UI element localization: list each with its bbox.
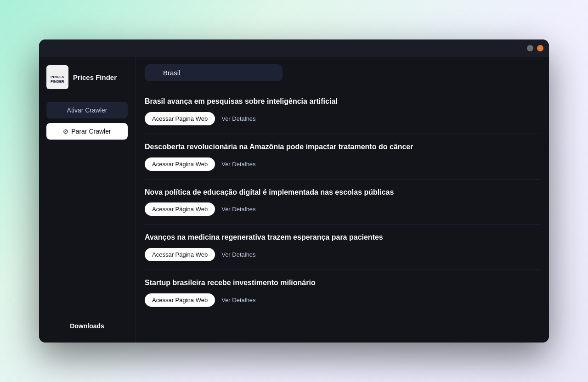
search-wrapper — [145, 64, 283, 81]
activate-crawler-button[interactable]: Ativar Crawler — [46, 102, 128, 118]
details-button-1[interactable]: Ver Detalhes — [221, 161, 255, 168]
app-window: − × PRICES FINDER Prices Finder Ativar C… — [39, 39, 549, 343]
details-button-2[interactable]: Ver Detalhes — [221, 206, 255, 213]
result-title-3: Avanços na medicina regenerativa trazem … — [145, 233, 540, 242]
results-list: Brasil avança em pesquisas sobre intelig… — [136, 89, 549, 343]
app-body: PRICES FINDER Prices Finder Ativar Crawl… — [39, 57, 549, 343]
result-title-2: Nova política de educação digital é impl… — [145, 188, 540, 197]
result-actions-3: Acessar Página Web Ver Detalhes — [145, 248, 540, 261]
close-button[interactable]: × — [537, 45, 543, 51]
result-actions-0: Acessar Página Web Ver Detalhes — [145, 112, 540, 125]
web-button-1[interactable]: Acessar Página Web — [145, 157, 215, 171]
result-actions-2: Acessar Página Web Ver Detalhes — [145, 202, 540, 216]
result-item: Startup brasileira recebe investimento m… — [145, 270, 540, 315]
web-button-0[interactable]: Acessar Página Web — [145, 112, 215, 125]
result-item: Avanços na medicina regenerativa trazem … — [145, 225, 540, 270]
details-button-0[interactable]: Ver Detalhes — [221, 115, 255, 122]
stop-crawler-label: Parar Crawler — [71, 128, 111, 135]
result-item: Brasil avança em pesquisas sobre intelig… — [145, 89, 540, 134]
svg-text:PRICES: PRICES — [51, 75, 64, 79]
main-content: Brasil avança em pesquisas sobre intelig… — [136, 57, 549, 343]
minimize-button[interactable]: − — [527, 45, 533, 51]
details-button-4[interactable]: Ver Detalhes — [221, 297, 255, 303]
title-bar: − × — [39, 39, 549, 57]
web-button-3[interactable]: Acessar Página Web — [145, 248, 215, 261]
result-title-0: Brasil avança em pesquisas sobre intelig… — [145, 97, 540, 107]
web-button-4[interactable]: Acessar Página Web — [145, 293, 215, 307]
logo-section: PRICES FINDER Prices Finder — [46, 65, 128, 89]
search-bar-container — [136, 57, 549, 89]
web-button-2[interactable]: Acessar Página Web — [145, 202, 215, 216]
result-actions-1: Acessar Página Web Ver Detalhes — [145, 157, 540, 171]
downloads-label: Downloads — [46, 318, 128, 334]
svg-text:FINDER: FINDER — [51, 79, 64, 84]
result-title-4: Startup brasileira recebe investimento m… — [145, 278, 540, 288]
details-button-3[interactable]: Ver Detalhes — [221, 251, 255, 258]
stop-icon: ⊘ — [63, 128, 68, 135]
logo-text: Prices Finder — [73, 73, 117, 81]
result-title-1: Descoberta revolucionária na Amazônia po… — [145, 142, 540, 152]
result-actions-4: Acessar Página Web Ver Detalhes — [145, 293, 540, 307]
result-item: Nova política de educação digital é impl… — [145, 180, 540, 225]
search-input[interactable] — [145, 64, 283, 81]
result-item: Descoberta revolucionária na Amazônia po… — [145, 134, 540, 180]
sidebar-spacer — [46, 144, 128, 318]
stop-crawler-button[interactable]: ⊘ Parar Crawler — [46, 123, 128, 140]
logo-icon: PRICES FINDER — [46, 65, 68, 89]
sidebar: PRICES FINDER Prices Finder Ativar Crawl… — [39, 57, 136, 343]
